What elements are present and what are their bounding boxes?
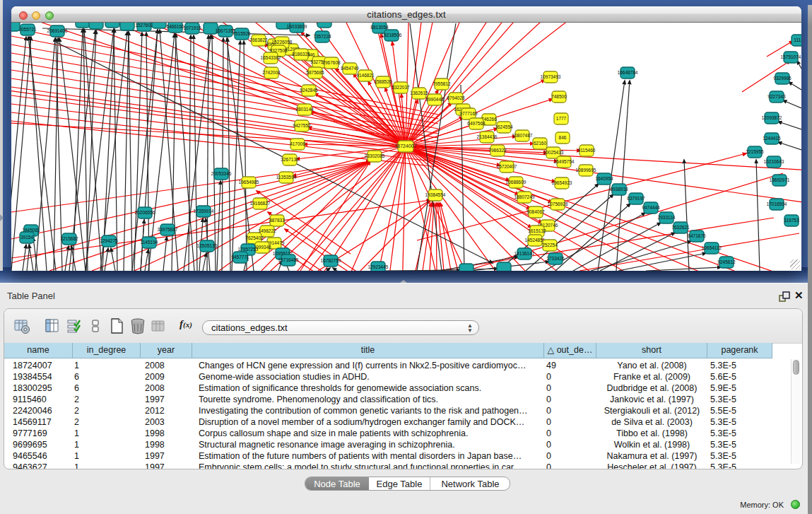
svg-text:748500: 748500: [551, 94, 567, 99]
svg-text:9777169: 9777169: [459, 111, 478, 116]
svg-text:6794028: 6794028: [447, 95, 465, 100]
svg-text:1733426: 1733426: [546, 256, 565, 261]
svg-text:1498222: 1498222: [258, 228, 276, 233]
svg-text:1244415: 1244415: [763, 136, 781, 141]
svg-text:6497568: 6497568: [467, 121, 486, 126]
svg-text:12093872: 12093872: [762, 115, 782, 120]
svg-text:417006: 417006: [290, 141, 305, 146]
svg-text:7625402: 7625402: [245, 235, 264, 240]
svg-text:10025433: 10025433: [543, 150, 564, 155]
svg-text:15751074: 15751074: [781, 54, 801, 59]
svg-text:15720407: 15720407: [497, 164, 517, 169]
svg-text:9227343: 9227343: [767, 94, 786, 99]
svg-text:17016504: 17016504: [767, 201, 787, 206]
svg-text:7986322: 7986322: [488, 148, 507, 153]
svg-text:1071915: 1071915: [183, 25, 201, 30]
svg-text:2933114: 2933114: [658, 215, 676, 220]
svg-text:7515526: 7515526: [233, 31, 251, 36]
svg-text:23302085: 23302085: [365, 153, 385, 158]
svg-text:6379197: 6379197: [627, 196, 645, 201]
svg-text:8471676: 8471676: [688, 233, 706, 238]
svg-text:9457771: 9457771: [231, 255, 249, 259]
svg-text:17359914: 17359914: [194, 209, 214, 214]
svg-text:5322037: 5322037: [392, 85, 410, 90]
svg-text:1145194: 1145194: [141, 240, 158, 245]
svg-text:9474444: 9474444: [642, 205, 660, 210]
svg-text:7357224: 7357224: [313, 34, 331, 39]
svg-text:1588520: 1588520: [374, 79, 392, 84]
svg-text:9242845: 9242845: [300, 88, 318, 93]
svg-text:1294275: 1294275: [100, 238, 118, 243]
svg-text:16033809: 16033809: [287, 24, 307, 29]
svg-text:10654112: 10654112: [702, 245, 722, 250]
svg-text:9115460: 9115460: [578, 148, 596, 153]
svg-text:3624554: 3624554: [495, 124, 513, 129]
svg-text:1362615: 1362615: [410, 90, 428, 95]
svg-text:16543382: 16543382: [261, 55, 281, 60]
svg-text:16782759: 16782759: [321, 258, 341, 263]
svg-text:846: 846: [559, 135, 567, 140]
svg-text:2803144: 2803144: [295, 107, 314, 112]
svg-text:10210643: 10210643: [764, 159, 784, 164]
svg-text:2967608: 2967608: [322, 60, 341, 65]
svg-text:9146821: 9146821: [356, 73, 375, 78]
svg-text:62160: 62160: [534, 141, 546, 146]
svg-text:15226058: 15226058: [272, 40, 293, 45]
svg-text:10807487: 10807487: [512, 133, 533, 138]
svg-text:20206556: 20206556: [135, 210, 155, 215]
svg-text:8186328: 8186328: [292, 52, 310, 57]
svg-text:19654985: 19654985: [239, 180, 259, 185]
svg-text:11353594: 11353594: [276, 175, 297, 180]
svg-text:6466160: 6466160: [166, 24, 184, 29]
svg-text:7663822: 7663822: [249, 37, 268, 42]
svg-text:12505135: 12505135: [197, 243, 218, 248]
svg-text:19654923: 19654923: [552, 180, 572, 185]
svg-text:19166827: 19166827: [250, 201, 271, 206]
svg-text:20053346: 20053346: [211, 171, 232, 176]
svg-text:1215682: 1215682: [60, 236, 78, 241]
svg-text:1777: 1777: [556, 116, 567, 121]
svg-text:9245612: 9245612: [717, 259, 736, 264]
svg-text:252254: 252254: [542, 243, 558, 247]
svg-text:8990448: 8990448: [425, 97, 444, 102]
svg-text:15716485: 15716485: [278, 257, 299, 262]
svg-text:2055721: 2055721: [18, 27, 37, 32]
svg-text:9427552: 9427552: [293, 123, 311, 128]
svg-text:8813054: 8813054: [370, 25, 389, 30]
svg-text:8454749: 8454749: [341, 66, 359, 71]
svg-text:19384554: 19384554: [425, 192, 446, 197]
svg-text:8938918: 8938918: [610, 187, 628, 192]
svg-text:21364436: 21364436: [477, 134, 498, 139]
svg-text:33975887: 33975887: [158, 227, 178, 232]
svg-text:10899695: 10899695: [576, 168, 596, 173]
svg-text:13692971: 13692971: [770, 177, 790, 182]
svg-text:39154: 39154: [20, 235, 33, 240]
svg-text:19218506: 19218506: [382, 33, 402, 37]
svg-text:16648784: 16648784: [618, 70, 638, 75]
svg-text:116753: 116753: [784, 218, 799, 223]
svg-text:18807249: 18807249: [514, 194, 535, 199]
svg-text:14524851: 14524851: [525, 238, 546, 243]
svg-text:7632621: 7632621: [671, 225, 690, 230]
svg-text:10688609: 10688609: [506, 180, 526, 185]
svg-text:10973493: 10973493: [541, 74, 561, 79]
svg-text:17957253: 17957253: [238, 247, 259, 252]
svg-text:18724007: 18724007: [394, 144, 416, 148]
svg-text:9084067: 9084067: [526, 209, 545, 214]
svg-text:887833: 887833: [269, 218, 285, 223]
svg-text:20691406: 20691406: [47, 28, 68, 33]
svg-text:14136141: 14136141: [514, 251, 535, 256]
svg-text:1615132: 1615132: [528, 228, 546, 233]
svg-text:3215955: 3215955: [746, 149, 764, 154]
svg-text:7955812: 7955812: [433, 81, 451, 86]
svg-text:3267130: 3267130: [281, 157, 299, 162]
svg-text:1112: 1112: [794, 37, 801, 42]
svg-text:16495754: 16495754: [554, 159, 575, 164]
svg-text:9329966: 9329966: [773, 76, 792, 81]
svg-text:10756928: 10756928: [548, 201, 568, 206]
svg-text:12923445: 12923445: [368, 264, 389, 269]
svg-text:1527602: 1527602: [135, 23, 153, 28]
svg-text:5875685: 5875685: [306, 70, 324, 75]
svg-text:2742004: 2742004: [262, 70, 281, 75]
svg-text:1640954: 1640954: [595, 176, 613, 181]
